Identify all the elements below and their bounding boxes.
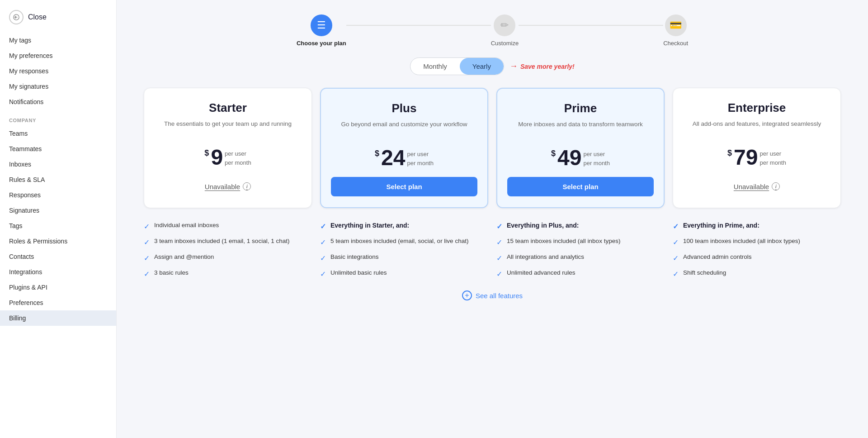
sidebar-item-preferences[interactable]: Preferences	[0, 295, 116, 310]
sidebar-item-integrations[interactable]: Integrations	[0, 264, 116, 280]
check-icon-plus-3: ✓	[320, 269, 326, 280]
sidebar-item-notifications[interactable]: Notifications	[0, 94, 116, 110]
price-number-enterprise: 79	[734, 147, 758, 168]
feature-item-enterprise-0: ✓ Everything in Prime, and:	[673, 221, 841, 232]
plan-card-plus: Plus Go beyond email and customize your …	[320, 88, 488, 208]
check-icon-prime-1: ✓	[496, 237, 502, 248]
step-circle-customize[interactable]: ✏	[494, 14, 515, 36]
per-user-prime: per user	[583, 150, 610, 159]
sidebar-item-contacts[interactable]: Contacts	[0, 249, 116, 264]
feature-item-prime-2: ✓ All integrations and analytics	[496, 252, 665, 264]
plan-action-prime: Select plan	[507, 177, 654, 196]
save-label: Save more yearly!	[520, 63, 575, 70]
check-icon-prime-0: ✓	[496, 221, 502, 232]
step-label-customize: Customize	[491, 40, 519, 47]
sidebar-item-teams[interactable]: Teams	[0, 126, 116, 141]
per-month-plus: per month	[407, 159, 434, 168]
plan-price-starter: $ 9 per user per month	[204, 147, 251, 168]
feature-text-starter-1: 3 team inboxes included (1 email, 1 soci…	[154, 237, 289, 246]
sidebar-item-plugins-api[interactable]: Plugins & API	[0, 280, 116, 295]
feature-item-starter-2: ✓ Assign and @mention	[144, 252, 312, 264]
check-icon-starter-2: ✓	[144, 253, 150, 264]
sidebar-item-tags[interactable]: Tags	[0, 218, 116, 233]
see-all-features-button[interactable]: + See all features	[462, 290, 523, 300]
feature-item-plus-2: ✓ Basic integrations	[320, 252, 488, 264]
sidebar: Close My tagsMy preferencesMy responsesM…	[0, 0, 117, 438]
sidebar-item-my-tags[interactable]: My tags	[0, 33, 116, 48]
check-icon-enterprise-0: ✓	[673, 221, 679, 232]
check-icon-enterprise-1: ✓	[673, 237, 679, 248]
plan-card-enterprise: Enterprise All add-ons and features, int…	[673, 88, 841, 208]
sidebar-item-my-responses[interactable]: My responses	[0, 63, 116, 79]
sidebar-item-teammates[interactable]: Teammates	[0, 141, 116, 157]
monthly-toggle-button[interactable]: Monthly	[410, 58, 460, 75]
plan-name-enterprise: Enterprise	[728, 101, 786, 115]
plan-card-prime: Prime More inboxes and data to transform…	[496, 88, 665, 208]
features-grid: ✓ Individual email inboxes ✓ 3 team inbo…	[144, 221, 841, 280]
feature-item-plus-0: ✓ Everything in Starter, and:	[320, 221, 488, 232]
feature-text-enterprise-0: Everything in Prime, and:	[683, 221, 760, 230]
close-button[interactable]: Close	[0, 0, 116, 33]
feature-text-enterprise-2: Advanced admin controls	[683, 252, 752, 262]
features-col-plus: ✓ Everything in Starter, and: ✓ 5 team i…	[320, 221, 488, 280]
sidebar-item-responses[interactable]: Responses	[0, 187, 116, 203]
plan-card-starter: Starter The essentials to get your team …	[144, 88, 312, 208]
plan-desc-prime: More inboxes and data to transform teamw…	[518, 120, 642, 139]
info-icon-enterprise: i	[772, 182, 780, 190]
features-col-prime: ✓ Everything in Plus, and: ✓ 15 team inb…	[496, 221, 665, 280]
price-number-plus: 24	[381, 147, 405, 169]
plan-action-plus: Select plan	[331, 177, 477, 196]
check-icon-starter-0: ✓	[144, 221, 150, 232]
feature-text-plus-0: Everything in Starter, and:	[330, 221, 409, 230]
feature-text-starter-0: Individual email inboxes	[154, 221, 219, 230]
feature-item-enterprise-1: ✓ 100 team inboxes included (all inbox t…	[673, 237, 841, 248]
step-choose-plan: ☰Choose your plan	[297, 14, 346, 47]
plus-icon: +	[462, 290, 472, 300]
plans-grid: Starter The essentials to get your team …	[144, 88, 841, 208]
plan-desc-starter: The essentials to get your team up and r…	[164, 119, 292, 138]
feature-item-starter-3: ✓ 3 basic rules	[144, 268, 312, 280]
step-circle-choose-plan: ☰	[311, 14, 332, 36]
feature-text-plus-2: Basic integrations	[330, 252, 379, 262]
feature-item-plus-3: ✓ Unlimited basic rules	[320, 268, 488, 280]
sidebar-company-nav: TeamsTeammatesInboxesRules & SLAResponse…	[0, 126, 116, 326]
step-customize: ✏Customize	[491, 14, 519, 47]
close-icon	[9, 10, 24, 24]
sidebar-item-signatures[interactable]: Signatures	[0, 203, 116, 218]
price-dollar-prime: $	[551, 149, 556, 158]
sidebar-item-roles-permissions[interactable]: Roles & Permissions	[0, 233, 116, 249]
sidebar-nav: My tagsMy preferencesMy responsesMy sign…	[0, 33, 116, 110]
sidebar-item-inboxes[interactable]: Inboxes	[0, 157, 116, 172]
unavailable-button-enterprise: Unavailable i	[683, 176, 830, 196]
arrow-icon: →	[509, 62, 518, 71]
check-icon-plus-2: ✓	[320, 253, 326, 264]
price-per-prime: per user per month	[583, 150, 610, 167]
plan-price-enterprise: $ 79 per user per month	[727, 147, 786, 168]
feature-text-enterprise-3: Shift scheduling	[683, 268, 726, 277]
sidebar-item-my-signatures[interactable]: My signatures	[0, 79, 116, 94]
step-circle-checkout[interactable]: 💳	[665, 14, 687, 36]
yearly-toggle-button[interactable]: Yearly	[460, 58, 504, 75]
step-line-1	[346, 25, 491, 26]
close-label: Close	[28, 13, 47, 21]
select-plan-button-prime[interactable]: Select plan	[507, 177, 654, 196]
feature-text-prime-2: All integrations and analytics	[507, 252, 584, 262]
unavailable-label-enterprise: Unavailable	[734, 183, 769, 190]
stepper: ☰Choose your plan✏Customize💳Checkout	[144, 0, 841, 57]
main-content: ☰Choose your plan✏Customize💳Checkout Mon…	[117, 0, 868, 438]
plan-action-starter: Unavailable i	[154, 176, 302, 196]
select-plan-button-plus[interactable]: Select plan	[331, 177, 477, 196]
feature-item-plus-1: ✓ 5 team inboxes included (email, social…	[320, 237, 488, 248]
see-all-row: + See all features	[144, 290, 841, 300]
unavailable-button-starter: Unavailable i	[154, 176, 302, 196]
sidebar-item-my-preferences[interactable]: My preferences	[0, 48, 116, 63]
feature-item-prime-1: ✓ 15 team inboxes included (all inbox ty…	[496, 237, 665, 248]
price-per-starter: per user per month	[225, 149, 251, 167]
per-month-starter: per month	[225, 158, 251, 167]
sidebar-item-billing[interactable]: Billing	[0, 310, 116, 326]
feature-text-prime-3: Unlimited advanced rules	[507, 268, 576, 277]
feature-item-starter-1: ✓ 3 team inboxes included (1 email, 1 so…	[144, 237, 312, 248]
sidebar-item-rules-sla[interactable]: Rules & SLA	[0, 172, 116, 187]
check-icon-plus-0: ✓	[320, 221, 326, 232]
feature-text-starter-2: Assign and @mention	[154, 252, 214, 262]
